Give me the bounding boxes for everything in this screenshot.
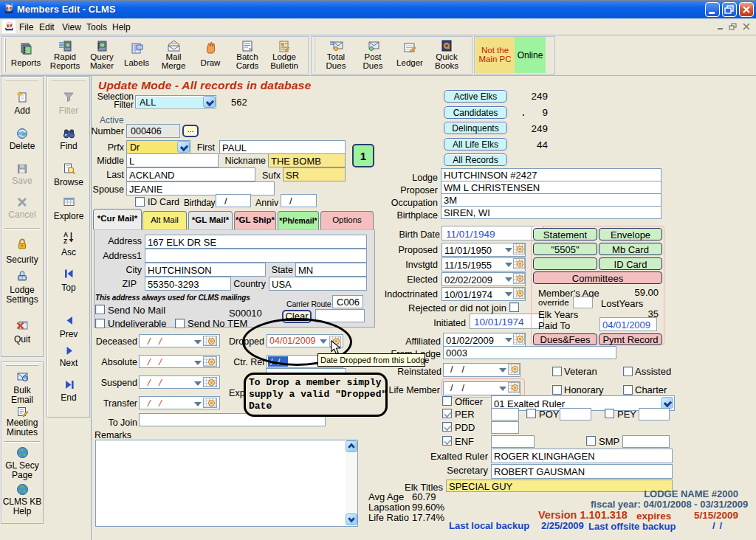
svg-text:Z: Z <box>63 238 67 245</box>
